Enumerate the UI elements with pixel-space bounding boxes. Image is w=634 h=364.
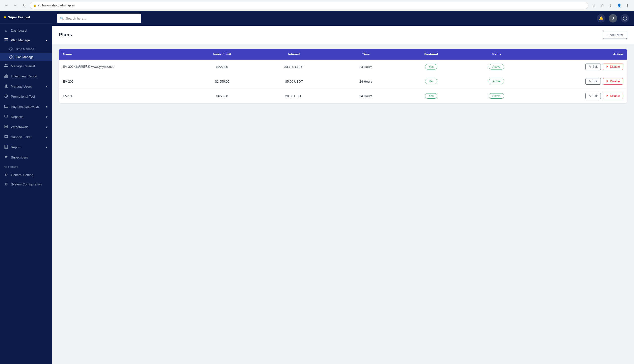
sidebar-item-withdrawals[interactable]: Withdrawals ▼ [0,122,52,132]
row2-action-btns: ✎ Edit ⚑ Disable [533,78,623,84]
svg-rect-7 [7,74,7,78]
investment-report-label: Investment Report [11,74,37,78]
page-title: Plans [59,32,72,38]
sidebar-item-support-ticket[interactable]: Support Ticket ▼ [0,132,52,142]
svg-rect-6 [6,75,6,78]
row1-invest-limit: $222.00 [189,61,255,73]
subscribers-label: Subscribers [11,156,28,159]
deposits-arrow: ▼ [45,116,48,118]
sidebar-item-manage-users[interactable]: Manage Users ▼ [0,81,52,92]
settings-button[interactable]: ◯ [621,14,629,22]
sidebar-item-manage-referral[interactable]: Manage Referral [0,61,52,71]
svg-point-4 [7,64,8,66]
plans-table: Name Invest Limit Interest Time Featured… [59,49,627,103]
sidebar-item-promotional-tool[interactable]: Promotional Tool [0,92,52,102]
svg-point-11 [6,96,7,97]
system-configuration-icon: ⚙ [4,182,9,186]
profile-button[interactable]: 👤 [616,2,622,9]
row3-status: Active [464,89,529,102]
sidebar-item-deposits[interactable]: Deposits ▼ [0,112,52,122]
support-ticket-arrow: ▼ [45,136,48,139]
user-avatar[interactable]: J [609,14,617,22]
row2-edit-button[interactable]: ✎ Edit [585,78,601,84]
edit-icon: ✎ [589,65,591,68]
content-header: Plans + Add New [52,26,634,44]
deposits-icon [4,114,9,119]
table-row: EV-100 $650.00 28.00 USDT 24 Hours Yes A… [59,89,627,103]
row3-disable-button[interactable]: ⚑ Disable [603,93,623,99]
dashboard-icon: ⌂ [4,28,9,32]
sidebar-item-system-configuration[interactable]: ⚙ System Configuration [0,180,52,189]
row2-interest: 85.00 USDT [255,76,333,87]
general-setting-icon: ⚙ [4,173,9,177]
sidebar: Super Festival ⌂ Dashboard Plan Manage ▲ [0,11,52,364]
payment-gateways-icon [4,104,9,109]
table-row: EV-200 $1,950.00 85.00 USDT 24 Hours Yes… [59,74,627,89]
row2-actions: ✎ Edit ⚑ Disable [529,74,627,88]
general-setting-label: General Setting [11,173,33,177]
sidebar-sub-plan-manage[interactable]: Plan Manage [0,53,52,61]
row2-disable-button[interactable]: ⚑ Disable [603,78,623,84]
investment-report-icon [4,74,9,79]
search-bar[interactable]: 🔍 [57,14,141,23]
reload-button[interactable]: ↻ [21,2,28,9]
row1-edit-button[interactable]: ✎ Edit [585,64,601,70]
col-featured: Featured [398,49,464,60]
row3-action-btns: ✎ Edit ⚑ Disable [533,93,623,99]
logo-dot [4,16,6,18]
row1-disable-button[interactable]: ⚑ Disable [603,64,623,70]
row2-status: Active [464,75,529,88]
row1-featured: Yes [398,60,464,74]
manage-users-label: Manage Users [11,84,32,88]
svg-rect-5 [5,76,5,78]
sidebar-item-general-setting[interactable]: ⚙ General Setting [0,170,52,180]
search-input[interactable] [66,16,138,20]
sidebar-item-investment-report[interactable]: Investment Report [0,71,52,81]
content-body: Name Invest Limit Interest Time Featured… [52,44,634,364]
forward-button[interactable]: → [12,2,19,9]
sidebar-item-payment-gateways[interactable]: Payment Gateways ▼ [0,102,52,112]
deposits-label: Deposits [11,115,24,119]
notification-button[interactable]: 🔔 [597,14,605,22]
browser-actions: ▭ ☆ ⇓ 👤 ⋮ [590,2,631,9]
bookmark-button[interactable]: ☆ [599,2,606,9]
back-button[interactable]: ← [3,2,10,9]
app-container: Super Festival ⌂ Dashboard Plan Manage ▲ [0,11,634,364]
row3-edit-button[interactable]: ✎ Edit [585,93,601,99]
support-ticket-icon [4,135,9,140]
sidebar-item-plan-manage[interactable]: Plan Manage ▲ [0,35,52,45]
cast-button[interactable]: ▭ [590,2,597,9]
row1-interest: 333.00 USDT [255,61,333,73]
disable-icon: ⚑ [606,65,609,68]
row2-featured-badge: Yes [425,79,437,84]
row2-time: 24 Hours [333,76,398,87]
withdrawals-icon [4,125,9,129]
payment-gateways-arrow: ▼ [45,105,48,108]
row1-actions: ✎ Edit ⚑ Disable [529,60,627,74]
svg-rect-8 [8,76,8,78]
sidebar-sub-time-manage[interactable]: Time Manage [0,45,52,53]
sidebar-item-report[interactable]: Report ▼ [0,142,52,152]
col-invest-limit: Invest Limit [189,49,255,60]
menu-button[interactable]: ⋮ [624,2,631,9]
row2-name: EV-200 [59,76,189,87]
sidebar-item-subscribers[interactable]: Subscribers [0,152,52,162]
time-manage-label: Time Manage [15,48,34,51]
svg-rect-0 [5,38,8,39]
settings-section-label: SETTINGS [0,162,52,170]
url-bar[interactable]: 🔒 xg.hwym.shop/admin/plan [30,2,588,9]
payment-gateways-label: Payment Gateways [11,105,39,108]
promotional-tool-label: Promotional Tool [11,95,35,98]
row1-featured-badge: Yes [425,64,437,70]
row3-featured-badge: Yes [425,93,437,99]
add-new-button[interactable]: + Add New [603,31,627,39]
sidebar-item-dashboard[interactable]: ⌂ Dashboard [0,26,52,35]
col-action: Action [529,49,627,60]
sidebar-item-label: Dashboard [11,29,27,32]
table-header: Name Invest Limit Interest Time Featured… [59,49,627,60]
support-ticket-label: Support Ticket [11,135,32,139]
row1-status: Active [464,60,529,74]
sidebar-logo: Super Festival [0,11,52,24]
main-content: Plans + Add New Name Invest Limit Intere… [52,26,634,364]
download-button[interactable]: ⇓ [607,2,614,9]
